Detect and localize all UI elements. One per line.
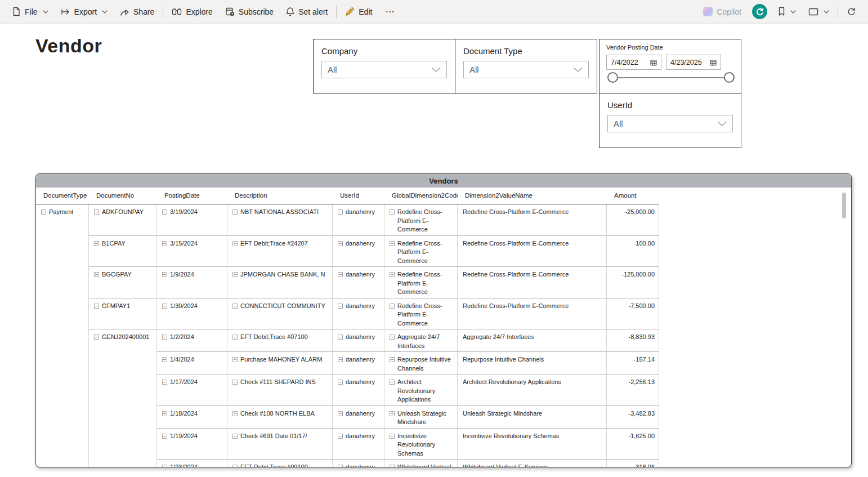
column-header-amount[interactable]: Amount (607, 188, 659, 204)
cell-description[interactable]: Check #111 SHEPARD INS (227, 374, 333, 405)
cell-dimension2_value_name[interactable]: Whiteboard Vertical E-Services (458, 459, 607, 467)
cell-dimension2_value_name[interactable]: Redefine Cross-Platform E-Commerce (458, 235, 607, 267)
collapse-minus-icon[interactable] (162, 241, 167, 246)
collapse-minus-icon[interactable] (41, 209, 46, 215)
cell-posting_date[interactable]: 1/19/2024 (157, 428, 227, 460)
cell-description[interactable]: EFT Debit;Trace #24207 (227, 235, 333, 267)
cell-user_id[interactable]: danahenry (333, 266, 384, 298)
cell-posting_date[interactable]: 1/9/2024 (157, 266, 227, 298)
refresh-button[interactable] (840, 0, 862, 24)
cell-document_no[interactable]: GENJ202400001 (89, 329, 157, 351)
collapse-minus-icon[interactable] (338, 241, 343, 246)
collapse-minus-icon[interactable] (338, 411, 343, 416)
view-button[interactable] (802, 0, 835, 24)
cell-amount[interactable]: -7,500.00 (607, 298, 659, 329)
cell-dimension2_value_name[interactable]: Incentivize Revolutionary Schemas (458, 428, 607, 460)
document-type-dropdown[interactable]: All (463, 61, 589, 78)
cell-description[interactable]: EFT Debit;Trace #07100 (227, 329, 333, 351)
cell-document_no[interactable]: B1CPAY (89, 235, 157, 267)
cell-global_dimension2_code[interactable]: Repurpose Intuitive Channels (384, 351, 458, 374)
cell-amount[interactable]: -25,000.00 (607, 204, 659, 235)
cell-posting_date[interactable]: 1/2/2024 (157, 329, 227, 351)
collapse-minus-icon[interactable] (390, 272, 395, 277)
collapse-minus-icon[interactable] (338, 272, 343, 277)
cell-document_type[interactable] (36, 428, 89, 460)
collapse-minus-icon[interactable] (162, 380, 167, 385)
collapse-minus-icon[interactable] (94, 209, 99, 215)
collapse-minus-icon[interactable] (338, 434, 343, 439)
collapse-minus-icon[interactable] (162, 411, 167, 416)
cell-document_no[interactable] (89, 459, 157, 467)
date-range-slider-handle-start[interactable] (607, 72, 618, 83)
set-alert-button[interactable]: Set alert (280, 0, 334, 24)
column-header-description[interactable]: Description (227, 188, 333, 204)
cell-amount[interactable]: -100.00 (607, 235, 659, 267)
collapse-minus-icon[interactable] (232, 380, 238, 385)
collapse-minus-icon[interactable] (162, 335, 167, 340)
cell-global_dimension2_code[interactable]: Incentivize Revolutionary Schemas (384, 428, 458, 460)
collapse-minus-icon[interactable] (232, 434, 238, 439)
cell-user_id[interactable]: danahenry (333, 204, 384, 235)
cell-posting_date[interactable]: 3/19/2024 (157, 204, 227, 235)
collapse-minus-icon[interactable] (232, 335, 238, 340)
cell-posting_date[interactable]: 1/30/2024 (157, 298, 227, 329)
cell-user_id[interactable]: danahenry (333, 329, 384, 351)
company-dropdown[interactable]: All (321, 61, 447, 78)
cell-dimension2_value_name[interactable]: Repurpose Intuitive Channels (458, 351, 607, 374)
reset-to-default-button[interactable] (752, 4, 767, 19)
cell-document_no[interactable] (89, 428, 157, 460)
collapse-minus-icon[interactable] (390, 335, 395, 340)
cell-amount[interactable]: -318.06 (607, 459, 659, 467)
cell-posting_date[interactable]: 3/15/2024 (157, 235, 227, 267)
cell-global_dimension2_code[interactable]: Redefine Cross-Platform E-Commerce (384, 204, 458, 235)
end-date-input[interactable]: 4/23/2025 (666, 55, 721, 70)
cell-description[interactable]: Purchase MAHONEY ALARM (227, 351, 333, 374)
cell-document_type[interactable] (36, 235, 89, 267)
cell-document_type[interactable] (36, 298, 89, 329)
collapse-minus-icon[interactable] (162, 304, 167, 309)
cell-document_no[interactable] (89, 374, 157, 405)
cell-posting_date[interactable]: 1/4/2024 (157, 351, 227, 374)
cell-global_dimension2_code[interactable]: Unleash Strategic Mindshare (384, 405, 458, 428)
date-range-slider-handle-end[interactable] (724, 72, 735, 83)
collapse-minus-icon[interactable] (232, 209, 238, 215)
cell-document_type[interactable]: Payment (36, 204, 89, 235)
column-header-dimension2_value_name[interactable]: Dimension2ValueName (458, 188, 607, 204)
bookmarks-button[interactable] (772, 0, 802, 24)
collapse-minus-icon[interactable] (338, 209, 343, 215)
cell-dimension2_value_name[interactable]: Unleash Strategic Mindshare (458, 405, 607, 428)
cell-posting_date[interactable]: 1/23/2024 (157, 459, 227, 467)
cell-global_dimension2_code[interactable]: Redefine Cross-Platform E-Commerce (384, 235, 458, 267)
cell-dimension2_value_name[interactable]: Redefine Cross-Platform E-Commerce (458, 298, 607, 329)
collapse-minus-icon[interactable] (94, 241, 99, 246)
cell-dimension2_value_name[interactable]: Redefine Cross-Platform E-Commerce (458, 266, 607, 298)
userid-dropdown[interactable]: All (607, 115, 733, 132)
cell-amount[interactable]: -2,256.13 (607, 374, 659, 405)
column-header-global_dimension2_code[interactable]: GlobalDimension2Code (384, 188, 458, 204)
collapse-minus-icon[interactable] (232, 241, 238, 246)
collapse-minus-icon[interactable] (162, 357, 167, 362)
table-vertical-scrollbar[interactable] (842, 193, 846, 219)
cell-document_type[interactable] (36, 329, 89, 351)
cell-document_type[interactable] (36, 374, 89, 405)
collapse-minus-icon[interactable] (94, 304, 99, 309)
cell-description[interactable]: NBT NATIONAL ASSOCIATI (227, 204, 333, 235)
collapse-minus-icon[interactable] (390, 357, 395, 362)
cell-user_id[interactable]: danahenry (333, 405, 384, 428)
cell-global_dimension2_code[interactable]: Aggregate 24/7 Interfaces (384, 329, 458, 351)
cell-description[interactable]: CONNECTICUT COMMUNITY (227, 298, 333, 329)
cell-posting_date[interactable]: 1/18/2024 (157, 405, 227, 428)
collapse-minus-icon[interactable] (338, 304, 343, 309)
column-header-document_no[interactable]: DocumentNo (89, 188, 157, 204)
cell-amount[interactable]: -157.14 (607, 351, 659, 374)
collapse-minus-icon[interactable] (390, 434, 395, 439)
collapse-minus-icon[interactable] (162, 209, 167, 215)
cell-description[interactable]: Check #108 NORTH ELBA (227, 405, 333, 428)
cell-posting_date[interactable]: 1/17/2024 (157, 374, 227, 405)
edit-button[interactable]: Edit (339, 0, 378, 24)
cell-document_type[interactable] (36, 351, 89, 374)
cell-user_id[interactable]: danahenry (333, 298, 384, 329)
collapse-minus-icon[interactable] (390, 380, 395, 385)
cell-document_type[interactable] (36, 459, 89, 467)
collapse-minus-icon[interactable] (94, 272, 99, 277)
